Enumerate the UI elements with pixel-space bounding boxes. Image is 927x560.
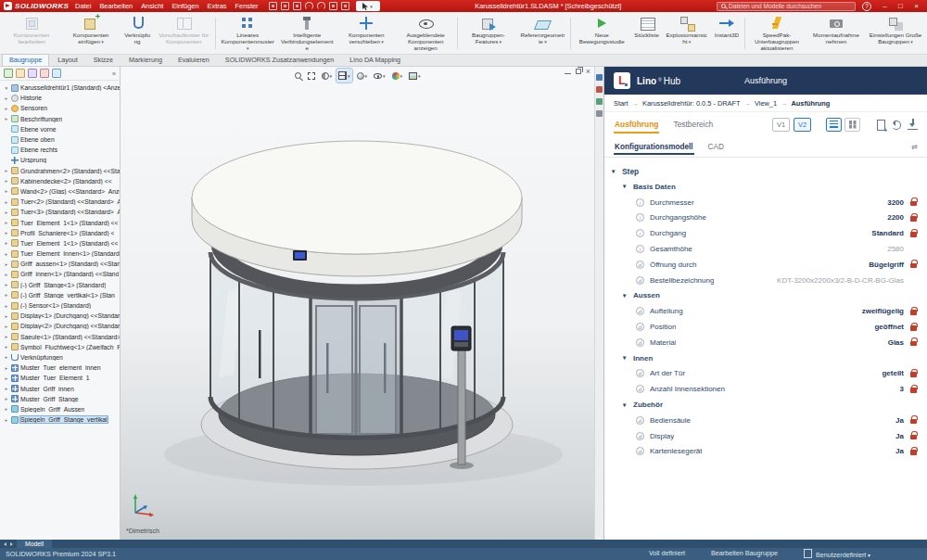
feature-tree-item[interactable]: Ursprung (2, 155, 120, 165)
expand-arrow-icon[interactable] (4, 106, 9, 111)
tab-evaluieren[interactable]: Evaluieren (171, 54, 217, 66)
param-aufteilung[interactable]: d Aufteilung zweiflügelig (612, 303, 921, 319)
param-display[interactable]: d Display Ja (612, 428, 921, 444)
speedpak-update-button[interactable]: SpeedPak-Unterbaugruppen aktualisieren (747, 13, 806, 54)
featuremanager-tab-icon[interactable] (4, 69, 13, 78)
dimxpert-tab-icon[interactable] (40, 69, 49, 78)
feature-tree-item[interactable]: Ebene rechts (2, 145, 120, 155)
feature-tree-item[interactable]: Muster_Griff_Stange (2, 394, 120, 404)
linear-pattern-button[interactable]: Lineares Komponentenmuster (218, 13, 277, 54)
breadcrumb-item[interactable]: Ausführung (791, 99, 837, 108)
tab-zusatzanwendungen[interactable]: SOLIDWORKS Zusatzanwendungen (218, 54, 341, 66)
expand-arrow-icon[interactable] (4, 210, 9, 215)
edit-appearance-icon[interactable] (390, 69, 405, 83)
feature-tree-item[interactable]: Sensoren (2, 103, 120, 113)
doc-close-icon[interactable]: × (586, 68, 590, 75)
menu-bearbeiten[interactable]: Bearbeiten (99, 2, 133, 10)
expand-arrow-icon[interactable] (4, 95, 9, 101)
tab-skizze[interactable]: Skizze (86, 54, 121, 66)
param-value[interactable]: 3 (893, 385, 904, 393)
chevron-down-icon[interactable] (612, 168, 618, 175)
design-library-icon[interactable] (596, 74, 603, 81)
model-tab-modell[interactable]: Modell (17, 540, 52, 548)
param-value[interactable]: Standard (864, 229, 904, 237)
group-basis-daten[interactable]: Basis Daten (612, 179, 921, 195)
expand-arrow-icon[interactable] (4, 240, 9, 246)
apply-scene-icon[interactable] (407, 69, 423, 83)
menu-fenster[interactable]: Fenster (235, 2, 259, 10)
param-gesamthoehe[interactable]: i Gesamthöhe 2580 (612, 241, 921, 257)
feature-tree-item[interactable]: Grundrahmen<2> (Standard) <<Sta (2, 166, 120, 176)
param-oeffnung-durch[interactable]: d Öffnung durch Bügelgriff (612, 257, 921, 273)
file-search[interactable]: Dateien und Modelle durchsuchen (717, 2, 856, 11)
feature-tree-item[interactable]: (-) Sensor<1> (Standard) (2, 300, 120, 311)
tab-scroll-left-icon[interactable] (4, 542, 6, 546)
graphics-viewport[interactable]: × (121, 67, 594, 540)
insert-component-button[interactable]: Komponenten einfügen (61, 13, 121, 54)
feature-tree-item[interactable]: Tuer_Element_1<1> (Standard) << (2, 217, 120, 227)
expand-arrow-icon[interactable] (4, 261, 9, 267)
param-value[interactable]: 3200 (880, 198, 904, 207)
expand-arrow-icon[interactable] (4, 334, 9, 339)
propertymanager-tab-icon[interactable] (16, 69, 25, 78)
zoom-fit-icon[interactable] (292, 69, 302, 83)
param-durchgang[interactable]: i Durchgang Standard (612, 225, 921, 241)
menu-ansicht[interactable]: Ansicht (141, 2, 163, 10)
feature-tree-item[interactable]: Saeule<1> (Standard) <<Standard> (2, 332, 120, 342)
mate-button[interactable]: Verknüpfung (121, 13, 154, 54)
panel-expand-icon[interactable]: ⇄ (911, 143, 918, 151)
new-config-icon[interactable] (877, 120, 885, 131)
close-button[interactable]: × (909, 1, 923, 11)
exploded-view-button[interactable]: Explosionsansicht (663, 13, 711, 54)
breadcrumb-item[interactable]: Start (614, 99, 642, 108)
section-view-icon[interactable] (319, 69, 334, 83)
feature-tree-item[interactable]: Kabinendecke<2> (Standard) << (2, 176, 120, 186)
ribbon-separator[interactable] (570, 18, 571, 49)
feature-tree-item[interactable]: Tuer<3> (Standard) <<Standard>_A (2, 207, 120, 217)
param-value[interactable]: Glas (881, 338, 904, 347)
expand-arrow-icon[interactable] (4, 386, 9, 391)
chevron-down-icon[interactable] (623, 401, 629, 409)
expand-arrow-icon[interactable] (4, 292, 9, 298)
select-tool-button[interactable]: ▾ (356, 1, 380, 11)
version-v2-button[interactable]: V2 (794, 118, 811, 132)
group-aussen[interactable]: Aussen (612, 288, 921, 304)
param-value[interactable]: Ja (888, 447, 904, 455)
subtab-konfigurationsmodell[interactable]: Konfigurationsmodell (614, 140, 694, 154)
chevron-down-icon[interactable] (623, 292, 629, 299)
take-snapshot-button[interactable]: Momentaufnahme nehmen (806, 13, 866, 54)
minimize-button[interactable]: – (878, 1, 892, 11)
feature-tree-item[interactable]: Muster_Griff_innen (2, 383, 120, 393)
expand-arrow-icon[interactable] (4, 178, 9, 184)
undo-icon[interactable] (305, 2, 313, 10)
export-icon[interactable] (908, 119, 918, 130)
status-voll-definiert[interactable]: Voll definiert (649, 549, 685, 559)
panel-collapse-icon[interactable]: » (112, 70, 116, 77)
feature-tree-item[interactable]: Wand<2> (Glas) <<Standard>_Anze (2, 186, 120, 197)
menu-einfuegen[interactable]: Einfügen (171, 2, 198, 10)
file-explorer-icon[interactable] (596, 86, 603, 93)
feature-tree-item[interactable]: Spiegeln_Griff_Stange_vertikal (2, 414, 120, 425)
tab-ausfuehrung[interactable]: Ausführung (614, 116, 659, 133)
param-durchmesser[interactable]: i Durchmesser 3200 (612, 195, 921, 210)
feature-tree-item[interactable]: (-) Griff_Stange_vertikal<1> (Stan (2, 290, 120, 300)
feature-tree-item[interactable]: Griff_aussen<1> (Standard) <<Stan (2, 259, 120, 269)
expand-arrow-icon[interactable] (4, 324, 9, 329)
expand-arrow-icon[interactable] (4, 375, 9, 381)
expand-arrow-icon[interactable] (4, 272, 9, 277)
doc-minimize-icon[interactable] (565, 70, 571, 74)
status-bearbeiten-baugruppe[interactable]: Bearbeiten Baugruppe (711, 549, 778, 559)
param-value[interactable]: 2200 (880, 213, 904, 222)
large-assembly-settings-button[interactable]: Einstellungen Große Baugruppen (866, 13, 925, 54)
maximize-button[interactable]: □ (894, 1, 908, 11)
expand-arrow-icon[interactable] (4, 116, 9, 121)
feature-tree-item[interactable]: Display<2> (Durchgang) <<Standar (2, 321, 120, 331)
feature-tree-item[interactable]: Historie (2, 93, 120, 103)
rebuild-icon[interactable] (329, 2, 337, 10)
tab-layout[interactable]: Layout (50, 54, 85, 66)
tab-lino-da-mapping[interactable]: Lino DA Mapping (342, 54, 408, 66)
feature-tree-item[interactable]: Ebene vorne (2, 124, 120, 134)
view-palette-icon[interactable] (596, 98, 603, 105)
param-anzahl-innensektionen[interactable]: d Anzahl Innensektionen 3 (612, 381, 921, 397)
feature-tree-item[interactable]: Symbol_Fluchtweg<1> (Zweifach_F (2, 342, 120, 352)
